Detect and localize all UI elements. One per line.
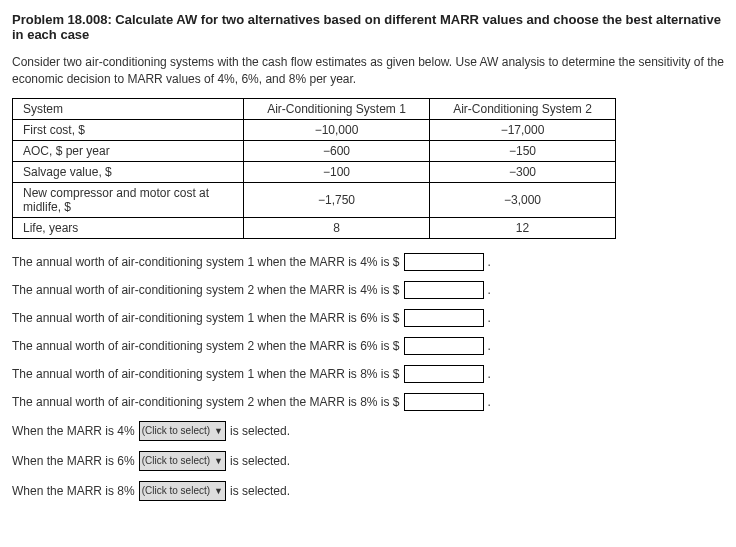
select-post-label: is selected. (230, 484, 290, 498)
answer-input[interactable] (404, 309, 484, 327)
header-sys2: Air-Conditioning System 2 (430, 98, 616, 119)
answer-input[interactable] (404, 365, 484, 383)
header-sys1: Air-Conditioning System 1 (244, 98, 430, 119)
row-label: First cost, $ (13, 119, 244, 140)
row-label: Life, years (13, 217, 244, 238)
row-label: New compressor and motor cost at midlife… (13, 182, 244, 217)
row-label: AOC, $ per year (13, 140, 244, 161)
table-row: New compressor and motor cost at midlife… (13, 182, 616, 217)
row-val-b: −3,000 (430, 182, 616, 217)
answer-input[interactable] (404, 337, 484, 355)
row-label: Salvage value, $ (13, 161, 244, 182)
period: . (488, 283, 491, 297)
select-pre-label: When the MARR is 8% (12, 484, 135, 498)
chevron-down-icon: ▼ (214, 426, 223, 436)
answer-input[interactable] (404, 393, 484, 411)
table-row: AOC, $ per year−600−150 (13, 140, 616, 161)
period: . (488, 311, 491, 325)
period: . (488, 367, 491, 381)
problem-intro: Consider two air-conditioning systems wi… (12, 54, 724, 88)
header-system: System (13, 98, 244, 119)
table-row: Life, years812 (13, 217, 616, 238)
period: . (488, 255, 491, 269)
table-row: First cost, $−10,000−17,000 (13, 119, 616, 140)
row-val-a: −10,000 (244, 119, 430, 140)
question-label: The annual worth of air-conditioning sys… (12, 311, 400, 325)
select-placeholder: (Click to select) (142, 455, 210, 466)
answer-input[interactable] (404, 253, 484, 271)
question-label: The annual worth of air-conditioning sys… (12, 367, 400, 381)
marr8-select[interactable]: (Click to select)▼ (139, 481, 226, 501)
marr4-select[interactable]: (Click to select)▼ (139, 421, 226, 441)
select-post-label: is selected. (230, 454, 290, 468)
row-val-a: −1,750 (244, 182, 430, 217)
marr6-select[interactable]: (Click to select)▼ (139, 451, 226, 471)
question-label: The annual worth of air-conditioning sys… (12, 395, 400, 409)
problem-title: Problem 18.008: Calculate AW for two alt… (12, 12, 724, 42)
row-val-b: 12 (430, 217, 616, 238)
question-label: The annual worth of air-conditioning sys… (12, 283, 400, 297)
select-placeholder: (Click to select) (142, 425, 210, 436)
select-pre-label: When the MARR is 6% (12, 454, 135, 468)
table-row: Salvage value, $−100−300 (13, 161, 616, 182)
row-val-b: −300 (430, 161, 616, 182)
answer-input[interactable] (404, 281, 484, 299)
row-val-a: −600 (244, 140, 430, 161)
row-val-a: 8 (244, 217, 430, 238)
row-val-a: −100 (244, 161, 430, 182)
chevron-down-icon: ▼ (214, 486, 223, 496)
period: . (488, 339, 491, 353)
row-val-b: −17,000 (430, 119, 616, 140)
select-placeholder: (Click to select) (142, 485, 210, 496)
question-label: The annual worth of air-conditioning sys… (12, 339, 400, 353)
select-post-label: is selected. (230, 424, 290, 438)
data-table: System Air-Conditioning System 1 Air-Con… (12, 98, 616, 239)
row-val-b: −150 (430, 140, 616, 161)
period: . (488, 395, 491, 409)
question-label: The annual worth of air-conditioning sys… (12, 255, 400, 269)
chevron-down-icon: ▼ (214, 456, 223, 466)
select-pre-label: When the MARR is 4% (12, 424, 135, 438)
